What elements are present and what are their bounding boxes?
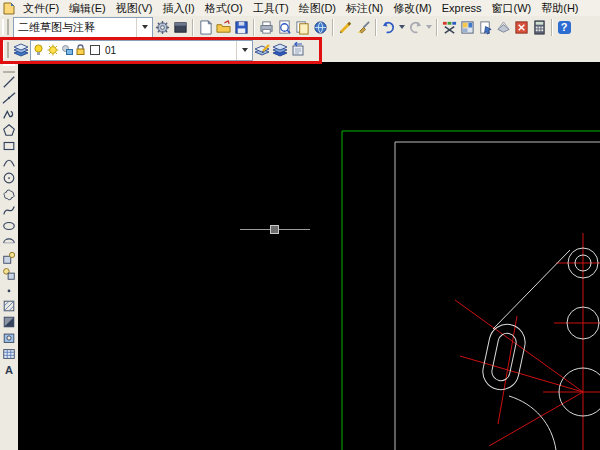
quickcalc-icon[interactable]	[530, 18, 548, 36]
spline-icon[interactable]	[1, 202, 17, 218]
revision-cloud-icon[interactable]	[1, 186, 17, 202]
dwf-globe-icon[interactable]	[311, 18, 329, 36]
sheetset-manager-icon[interactable]	[494, 18, 512, 36]
designcenter-icon[interactable]	[458, 18, 476, 36]
layer-dropdown[interactable]: 01	[30, 40, 253, 61]
menu-dimension[interactable]: 标注(N)	[341, 0, 388, 17]
app-icon	[2, 2, 16, 15]
toolbar-separator	[253, 19, 254, 36]
properties-palette-icon[interactable]	[440, 18, 458, 36]
polyline-icon[interactable]	[1, 106, 17, 122]
toolbar-separator	[192, 19, 193, 36]
menu-window[interactable]: 窗口(W)	[487, 0, 537, 17]
tool-palettes-icon[interactable]	[476, 18, 494, 36]
layer-previous-icon[interactable]	[289, 41, 307, 59]
workspace-dropdown-value: 二维草图与注释	[14, 20, 136, 35]
ellipse-arc-icon[interactable]	[1, 234, 17, 250]
slot-outer	[480, 321, 529, 393]
menu-insert[interactable]: 插入(I)	[157, 0, 199, 17]
chevron-down-icon[interactable]	[236, 41, 252, 60]
undo-icon[interactable]	[379, 18, 397, 36]
toolbar-separator	[551, 19, 552, 36]
layer-thaw-sun-icon[interactable]	[46, 44, 59, 57]
toolbar-grip[interactable]	[3, 64, 15, 73]
toolbar-grip[interactable]	[2, 42, 9, 58]
ellipse-icon[interactable]	[1, 218, 17, 234]
polygon-icon[interactable]	[1, 122, 17, 138]
centerlines	[455, 233, 600, 450]
layer-color-swatch[interactable]	[88, 44, 101, 57]
toolbar-separator	[375, 19, 376, 36]
body-arc	[509, 396, 556, 450]
toolbar-grip[interactable]	[2, 19, 9, 35]
region-icon[interactable]	[1, 330, 17, 346]
layers-toolbar-row: 01	[0, 38, 600, 63]
workspace-settings-gear-icon[interactable]	[153, 18, 171, 36]
menu-modify[interactable]: 修改(M)	[388, 0, 437, 17]
layer-on-bulb-icon[interactable]	[32, 44, 45, 57]
hatch-icon[interactable]	[1, 298, 17, 314]
markup-manager-icon[interactable]	[512, 18, 530, 36]
my-workspace-icon[interactable]	[171, 18, 189, 36]
plot-preview-icon[interactable]	[275, 18, 293, 36]
draw-toolbar: A	[0, 62, 19, 450]
redo-icon[interactable]	[406, 18, 424, 36]
menu-view[interactable]: 视图(V)	[111, 0, 158, 17]
line-icon[interactable]	[1, 74, 17, 90]
drawing-frame	[395, 142, 600, 450]
chevron-down-icon[interactable]	[136, 18, 152, 37]
menu-tools[interactable]: 工具(T)	[248, 0, 294, 17]
layer-properties-manager-icon[interactable]	[12, 41, 30, 59]
pencil-icon[interactable]	[336, 18, 354, 36]
layer-states-manager-icon[interactable]	[271, 41, 289, 59]
menu-edit[interactable]: 编辑(E)	[64, 0, 111, 17]
current-layer-name: 01	[101, 45, 236, 56]
model-space	[18, 62, 600, 450]
workspace-dropdown[interactable]: 二维草图与注释	[13, 17, 153, 38]
table-icon[interactable]	[1, 346, 17, 362]
undo-dropdown-icon[interactable]	[397, 18, 406, 36]
menu-express[interactable]: Express	[437, 1, 487, 15]
pickbox	[271, 226, 279, 234]
drawing-canvas[interactable]	[18, 62, 600, 450]
arc-icon[interactable]	[1, 154, 17, 170]
menu-file[interactable]: 文件(F)	[18, 0, 64, 17]
make-block-icon[interactable]	[1, 266, 17, 282]
standard-toolbar-row: 二维草图与注释	[0, 16, 600, 39]
menu-draw[interactable]: 绘图(D)	[294, 0, 341, 17]
help-icon[interactable]: ?	[555, 18, 573, 36]
rectangle-icon[interactable]	[1, 138, 17, 154]
circle-icon[interactable]	[1, 170, 17, 186]
help-question-glyph: ?	[558, 21, 571, 34]
tangent-edge	[493, 250, 570, 329]
save-icon[interactable]	[232, 18, 250, 36]
part-outline	[480, 248, 600, 450]
point-icon[interactable]	[1, 282, 17, 298]
layer-lock-icon[interactable]	[74, 44, 87, 57]
slot-inner	[490, 332, 518, 383]
menu-format[interactable]: 格式(O)	[200, 0, 248, 17]
multiline-text-icon[interactable]: A	[1, 362, 17, 378]
publish-icon[interactable]	[293, 18, 311, 36]
mtext-letter-glyph: A	[5, 365, 13, 376]
open-folder-icon[interactable]	[214, 18, 232, 36]
gradient-icon[interactable]	[1, 314, 17, 330]
redo-dropdown-icon[interactable]	[424, 18, 433, 36]
menu-bar: 文件(F) 编辑(E) 视图(V) 插入(I) 格式(O) 工具(T) 绘图(D…	[0, 0, 600, 17]
layer-viewport-freeze-icon[interactable]	[60, 44, 73, 57]
plot-icon[interactable]	[257, 18, 275, 36]
crosshair-cursor	[240, 226, 310, 234]
slot	[480, 321, 529, 393]
match-properties-brush-icon[interactable]	[354, 18, 372, 36]
construction-line-icon[interactable]	[1, 90, 17, 106]
make-object-layer-current-icon[interactable]	[253, 41, 271, 59]
menu-help[interactable]: 帮助(H)	[536, 0, 583, 17]
new-document-icon[interactable]	[196, 18, 214, 36]
toolbar-separator	[332, 19, 333, 36]
toolbar-separator	[436, 19, 437, 36]
insert-block-icon[interactable]	[1, 250, 17, 266]
